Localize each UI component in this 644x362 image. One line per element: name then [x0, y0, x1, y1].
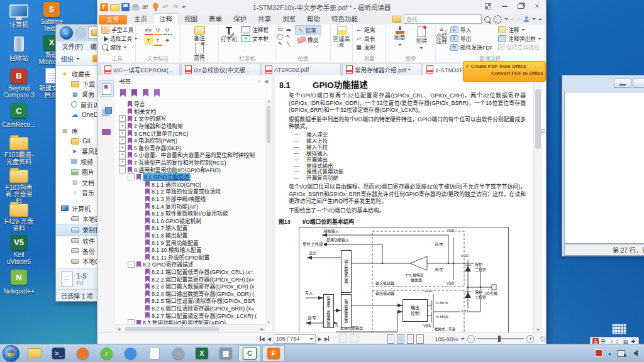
desktop-icon[interactable]: B Beyond Compare 3	[3, 68, 35, 99]
email-fdf-button[interactable]: ✉邮件发送FDF	[448, 43, 496, 52]
zoom-out-button[interactable]: -	[467, 335, 475, 343]
taskbar-app-button[interactable]	[119, 345, 142, 361]
zoom-in-button[interactable]: +	[526, 335, 534, 343]
zoom-tool-button[interactable]: 缩放	[99, 43, 135, 52]
underline2-icon[interactable]: U	[164, 26, 172, 35]
layers-panel-button[interactable]	[99, 103, 113, 118]
create-pdf-from-office-button[interactable]: ✓Create PDF from Office Convert PDF to O…	[463, 61, 546, 82]
bookmark-item[interactable]: + 6 小容量、中容量和大容量产品的复位和时钟控制	[115, 151, 266, 159]
forward-button[interactable]	[75, 28, 86, 38]
expander-icon[interactable]: -	[128, 173, 135, 180]
bookmark-item[interactable]: 8.1.3 外部中断/唤醒线	[115, 195, 266, 203]
squiggly-icon[interactable]: abc	[145, 26, 153, 35]
email-icon[interactable]	[142, 3, 150, 11]
single-page-view-button[interactable]	[387, 334, 394, 344]
bookmark-vertical-scrollbar[interactable]: ▲▼	[265, 99, 272, 325]
bookmark-item[interactable]: + 5 备份寄存器(BKP)	[115, 145, 266, 152]
expander-icon[interactable]: +	[119, 145, 126, 151]
search-input[interactable]	[404, 14, 482, 24]
ribbon-tab[interactable]: 表单	[203, 14, 228, 25]
add-bookmark-icon[interactable]	[131, 89, 137, 97]
pin-icon[interactable]	[152, 3, 160, 11]
area-button[interactable]: ▦面积	[353, 43, 386, 52]
continuous-facing-view-button[interactable]	[416, 334, 423, 344]
bookmark-item[interactable]: - 8.1 GPIO功能描述	[115, 173, 266, 181]
strikeout-icon[interactable]: T	[164, 36, 172, 45]
minimize-button[interactable]	[498, 2, 511, 11]
taskbar-app-button[interactable]: F	[262, 345, 285, 361]
bookmark-item[interactable]: 8.1.4 复用功能(AF)	[115, 202, 266, 210]
collapse-panel-icon[interactable]: ◀	[264, 79, 268, 84]
desktop-icon[interactable]: N Notepad++	[3, 268, 35, 299]
continuous-view-button[interactable]	[397, 334, 404, 344]
network-icon[interactable]	[617, 350, 625, 357]
desktop-icon[interactable]: C CamReco...	[3, 101, 35, 132]
user-avatar-icon[interactable]	[523, 16, 530, 23]
show-hidden-icons-button[interactable]: ▲	[608, 351, 612, 356]
desktop-icon[interactable]: 回收站	[3, 35, 35, 65]
previous-page-button[interactable]: ◀	[267, 336, 271, 342]
collapse-ribbon-icon[interactable]	[538, 16, 542, 20]
polygon-icon[interactable]: ✎	[276, 40, 284, 48]
comments-button[interactable]: 注释	[496, 25, 544, 34]
bookmark-item[interactable]: 8.1.10 模拟输入配置	[115, 246, 266, 254]
bookmark-item[interactable]: 相关文档	[115, 108, 266, 116]
select-tool-button[interactable]: 选择工具	[99, 34, 135, 43]
undo-icon[interactable]	[162, 3, 170, 11]
document-tab[interactable]: AT24C02.pdf ×	[262, 63, 341, 75]
comments-panel-button[interactable]	[99, 124, 113, 140]
summarize-comments-button[interactable]: ≡小结注释	[436, 25, 448, 52]
minimize-button[interactable]	[614, 79, 631, 88]
area-highlight-button[interactable]: 区域高亮	[331, 25, 352, 48]
ribbon-tab[interactable]: 共享	[252, 14, 277, 25]
document-page[interactable]: 8.1 GPIO功能描述 每个GPI/O端口有两个32位配置寄存器(GPIOx_…	[275, 75, 533, 333]
comment-popup-button[interactable]: 注释弹出框	[496, 34, 544, 43]
notepad-text-area[interactable]	[564, 92, 644, 244]
document-tab[interactable]: I2C—读写EEPROM(... ×	[101, 63, 180, 75]
expander-icon[interactable]: +	[119, 159, 126, 166]
rectangle-icon[interactable]: ▭	[276, 25, 284, 33]
page-number-box[interactable]: 105 / 754	[274, 334, 316, 344]
maximize-button[interactable]	[633, 79, 644, 88]
bookmark-item[interactable]: 8.1.9 复用功能配置	[115, 239, 266, 246]
expander-icon[interactable]: +	[119, 123, 126, 129]
bookmark-item[interactable]: 8.1.6 GPIO锁定机制	[115, 217, 266, 225]
keep-tool-selected-checkbox[interactable]: ✓保持工具选择	[496, 43, 544, 52]
open-file-icon[interactable]	[110, 4, 119, 11]
save-icon[interactable]	[121, 3, 130, 11]
bookmarks-panel-button[interactable]	[99, 80, 114, 97]
restore-button[interactable]	[514, 2, 527, 11]
hand-tool-button[interactable]: 手型工具	[99, 25, 135, 34]
zoom-slider-thumb[interactable]	[498, 336, 501, 342]
bookmark-item[interactable]: + 3 CRC计算单元(CRC)	[115, 129, 266, 137]
bookmark-horizontal-scrollbar[interactable]: ◀▶	[115, 324, 266, 333]
taskbar-app-button[interactable]: ♪	[95, 345, 118, 361]
document-tab[interactable]: 常用存储器介绍.pdf * ×	[342, 63, 421, 75]
bookmark-item[interactable]: 8.1.2 单独的位设置或位清除	[115, 188, 266, 195]
line-icon[interactable]: ╲	[284, 40, 292, 48]
bookmark-item[interactable]: 8.2.1 端口配置低寄存器(GPIOx_CRL) (x=	[115, 268, 266, 276]
edit-bookmark-icon[interactable]	[143, 89, 148, 97]
find-previous-icon[interactable]: ◁	[511, 16, 514, 22]
bookmark-item[interactable]: 8.2.3 端口输入数据寄存器(GPIOx_IDR) (x	[115, 283, 266, 290]
pencil-button[interactable]: ✎铅笔	[295, 25, 321, 35]
zoom-level[interactable]: 105.80%	[435, 336, 458, 343]
ribbon-tab[interactable]: 浏览	[277, 14, 301, 25]
ribbon-tab[interactable]: 帮助	[301, 14, 326, 25]
bookmark-options-icon[interactable]	[154, 89, 160, 97]
qat-dropdown-icon[interactable]	[182, 6, 186, 10]
find-next-icon[interactable]: ▷	[517, 16, 521, 22]
bookmark-item[interactable]: 8.1.11 外设的GPIO配置	[115, 253, 266, 261]
soft-keyboard-icon[interactable]	[612, 324, 626, 334]
bookmark-item[interactable]: 8.2.7 端口配置锁定寄存器(GPIOx_LCKR) (	[115, 312, 266, 319]
taskbar-app-button[interactable]: C	[238, 345, 261, 361]
expand-panel-icon[interactable]: »	[257, 79, 260, 84]
redo-icon[interactable]	[172, 3, 180, 11]
bookmark-item[interactable]: 8.2.2 端口配置高寄存器(GPIOx_CRH) (x=	[115, 275, 266, 283]
tile-windows-button[interactable]	[482, 2, 494, 11]
export-button[interactable]: ↥导出	[448, 34, 496, 43]
document-scrollbar[interactable]: ▲▼	[533, 75, 542, 333]
bookmark-item[interactable]: + 4 电源控制(PWR)	[115, 137, 266, 145]
callout-button[interactable]: 注释框	[239, 25, 271, 34]
back-button[interactable]: ←	[60, 26, 73, 40]
